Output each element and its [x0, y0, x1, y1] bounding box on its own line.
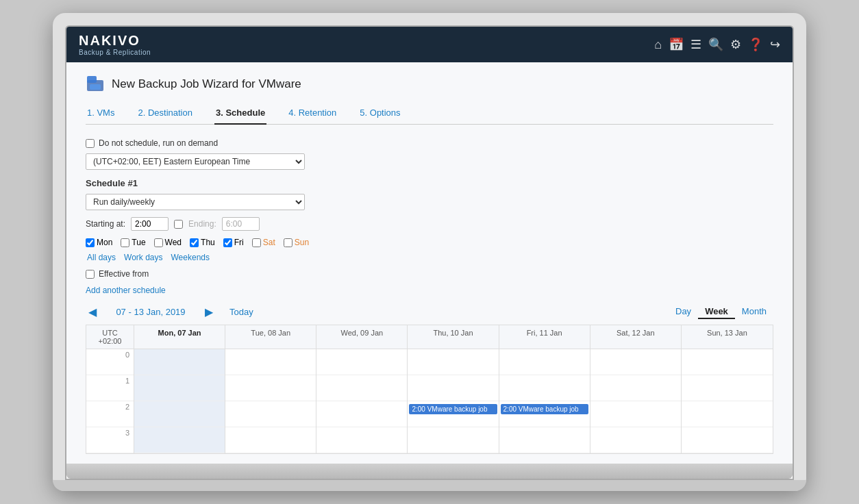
cal-cell-sun-3 — [682, 427, 773, 453]
cal-cell-sat-2 — [590, 401, 681, 427]
day-thu: Thu — [190, 238, 215, 247]
cal-cell-wed-2 — [316, 401, 407, 427]
cal-cell-mon-1 — [134, 375, 225, 401]
no-schedule-checkbox[interactable] — [86, 139, 95, 148]
weekends-link[interactable]: Weekends — [171, 253, 210, 262]
day-fri: Fri — [223, 238, 244, 247]
day-thu-checkbox[interactable] — [190, 238, 199, 247]
cal-month-view-btn[interactable]: Month — [735, 305, 773, 319]
cal-cell-sat-0 — [590, 349, 681, 375]
list-icon[interactable]: ☰ — [690, 37, 701, 52]
work-days-link[interactable]: Work days — [124, 253, 162, 262]
cal-cell-sun-2 — [682, 401, 773, 427]
cal-date-range: 07 - 13 Jan, 2019 — [106, 307, 195, 317]
cal-col-sat — [590, 349, 682, 453]
schedule-section: Do not schedule, run on demand (UTC+02:0… — [86, 136, 773, 457]
cal-cell-thu-3 — [408, 427, 498, 453]
tab-retention[interactable]: 4. Retention — [287, 103, 338, 125]
all-days-link[interactable]: All days — [87, 253, 116, 262]
cal-cell-wed-0 — [316, 349, 407, 375]
settings-icon[interactable]: ⚙ — [730, 37, 741, 52]
brand-subtitle: Backup & Replication — [79, 49, 151, 56]
ending-checkbox[interactable] — [174, 220, 183, 229]
logout-icon[interactable]: ↪ — [770, 37, 780, 52]
cal-header-utc: UTC +02:00 — [86, 325, 134, 349]
wizard-title: New Backup Job Wizard for VMware — [112, 77, 301, 91]
timezone-select[interactable]: (UTC+02:00, EET) Eastern European Time — [86, 153, 305, 170]
effective-from-checkbox[interactable] — [86, 270, 95, 279]
no-schedule-label: Do not schedule, run on demand — [99, 138, 218, 148]
cal-cell-thu-1 — [408, 375, 498, 401]
schedule-type-select[interactable]: Run daily/weekly — [86, 194, 305, 210]
cal-col-tue — [225, 349, 316, 453]
add-schedule-link[interactable]: Add another schedule — [86, 286, 773, 295]
brand-name: NAKIVO — [79, 33, 151, 49]
cal-event-fri[interactable]: 2:00 VMware backup job — [501, 404, 588, 414]
day-links: All days Work days Weekends — [87, 253, 773, 262]
cal-cell-wed-3 — [316, 427, 407, 453]
day-sun: Sun — [284, 238, 309, 247]
tab-schedule[interactable]: 3. Schedule — [214, 103, 266, 125]
laptop-frame: NAKIVO Backup & Replication ⌂ 📅 ☰ 🔍 ⚙ ❓ … — [53, 13, 806, 491]
days-row: Mon Tue Wed Thu — [86, 238, 773, 247]
cal-time-3: 3 — [86, 427, 134, 453]
cal-header-fri: Fri, 11 Jan — [499, 325, 590, 349]
cal-week-view-btn[interactable]: Week — [698, 305, 735, 319]
svg-rect-2 — [90, 84, 101, 90]
day-mon-checkbox[interactable] — [86, 238, 95, 247]
day-wed-label: Wed — [165, 238, 182, 247]
effective-from-label: Effective from — [99, 269, 149, 279]
ending-input[interactable] — [222, 217, 260, 231]
day-wed-checkbox[interactable] — [154, 238, 163, 247]
day-fri-checkbox[interactable] — [223, 238, 232, 247]
effective-row: Effective from — [86, 269, 773, 279]
cal-prev-arrow[interactable]: ◀ — [86, 305, 99, 318]
tab-vms[interactable]: 1. VMs — [86, 103, 116, 125]
wizard-tabs: 1. VMs 2. Destination 3. Schedule 4. Ret… — [86, 103, 773, 125]
tab-options[interactable]: 5. Options — [358, 103, 401, 125]
cal-cell-tue-0 — [225, 349, 316, 375]
cal-cell-fri-1 — [499, 375, 590, 401]
wizard-header: New Backup Job Wizard for VMware — [86, 75, 773, 94]
calendar-icon[interactable]: 📅 — [669, 37, 684, 52]
day-sat: Sat — [252, 238, 275, 247]
day-tue-label: Tue — [132, 238, 145, 247]
cal-col-thu: 2:00 VMware backup job — [408, 349, 499, 453]
cal-header-thu: Thu, 10 Jan — [408, 325, 499, 349]
day-sun-label: Sun — [295, 238, 309, 247]
laptop-screen: NAKIVO Backup & Replication ⌂ 📅 ☰ 🔍 ⚙ ❓ … — [65, 25, 794, 480]
cal-day-view-btn[interactable]: Day — [669, 305, 698, 319]
cal-header-tue: Tue, 08 Jan — [225, 325, 316, 349]
cal-event-thu[interactable]: 2:00 VMware backup job — [409, 404, 497, 414]
day-tue-checkbox[interactable] — [121, 238, 129, 247]
cal-body: 0 1 2 3 — [86, 349, 773, 453]
cal-time-1: 1 — [86, 375, 134, 401]
app-logo: NAKIVO Backup & Replication — [79, 33, 151, 56]
cal-col-sun — [682, 349, 773, 453]
topbar-actions: ⌂ 📅 ☰ 🔍 ⚙ ❓ ↪ — [654, 37, 780, 52]
day-mon-label: Mon — [97, 238, 112, 247]
no-schedule-row: Do not schedule, run on demand — [86, 138, 773, 148]
laptop-base — [53, 480, 806, 491]
home-icon[interactable]: ⌂ — [654, 38, 662, 52]
cal-next-arrow[interactable]: ▶ — [202, 305, 216, 318]
day-sat-checkbox[interactable] — [252, 238, 261, 247]
starting-input[interactable] — [131, 217, 169, 231]
cal-cell-tue-1 — [225, 375, 316, 401]
day-sun-checkbox[interactable] — [284, 238, 292, 247]
help-icon[interactable]: ❓ — [748, 37, 763, 52]
schedule-number: Schedule #1 — [86, 178, 773, 188]
cal-header-mon: Mon, 07 Jan — [134, 325, 225, 349]
day-thu-label: Thu — [201, 238, 215, 247]
cal-today-button[interactable]: Today — [229, 307, 253, 317]
day-sat-label: Sat — [263, 238, 275, 247]
day-mon: Mon — [86, 238, 112, 247]
cal-view-buttons: Day Week Month — [669, 305, 773, 319]
search-icon[interactable]: 🔍 — [708, 37, 723, 52]
calendar-nav: ◀ 07 - 13 Jan, 2019 ▶ Today Day Week Mon… — [86, 305, 773, 319]
tab-destination[interactable]: 2. Destination — [136, 103, 194, 125]
day-fri-label: Fri — [234, 238, 244, 247]
cal-col-fri: 2:00 VMware backup job — [499, 349, 590, 453]
topbar: NAKIVO Backup & Replication ⌂ 📅 ☰ 🔍 ⚙ ❓ … — [66, 27, 793, 62]
time-row: Starting at: Ending: — [86, 217, 773, 231]
